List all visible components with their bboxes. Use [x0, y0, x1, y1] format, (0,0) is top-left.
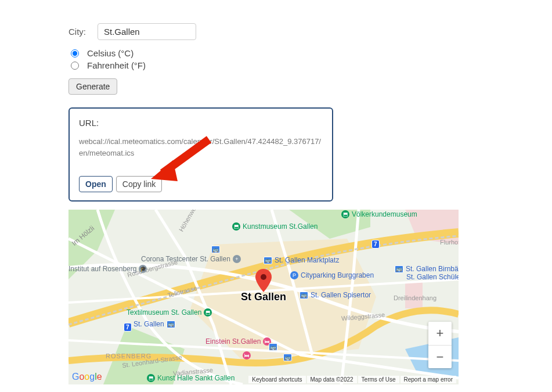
- poi-cityparking[interactable]: P Cityparking Burggraben: [290, 271, 374, 279]
- poi-kunstmuseum[interactable]: ⬒ Kunstmuseum St.Gallen: [232, 222, 318, 231]
- district-label: ROSENBERG: [106, 353, 151, 359]
- google-logo: Google: [72, 372, 102, 382]
- hotel-icon[interactable]: 🛏: [243, 351, 251, 359]
- poi-birnbaumli[interactable]: 🚌 St. Gallen Birnbäumli St. Gallen Schül…: [395, 265, 459, 281]
- road-label: Dreilindenhang: [394, 294, 436, 301]
- map-footer: Keyboard shortcuts Map data ©2022 Terms …: [248, 376, 456, 383]
- svg-point-11: [261, 274, 266, 280]
- road-shield-7: 7: [371, 240, 380, 249]
- city-input[interactable]: [98, 23, 196, 40]
- url-value: webcal://ical.meteomatics.com/calendar/S…: [79, 136, 323, 159]
- tram-icon: 🚌: [264, 257, 272, 264]
- poi-testcenter[interactable]: Corona Testcenter St. Gallen +: [141, 255, 243, 263]
- tram-icon: 🚌: [395, 265, 403, 273]
- road-label: Flurhofstr.: [440, 239, 459, 246]
- health-icon: +: [233, 255, 241, 263]
- museum-icon: ⬒: [341, 210, 349, 218]
- keyboard-shortcuts-link[interactable]: Keyboard shortcuts: [248, 376, 305, 383]
- museum-icon: ⬒: [147, 374, 155, 382]
- report-error-link[interactable]: Report a map error: [401, 376, 456, 383]
- poi-marktplatz[interactable]: 🚌 St. Gallen Marktplatz: [264, 256, 339, 264]
- copy-link-button[interactable]: Copy link: [116, 176, 163, 192]
- poi-kunsthalle[interactable]: ⬒ Kunst Halle Sankt Gallen: [147, 374, 234, 382]
- zoom-out-button[interactable]: −: [428, 345, 452, 368]
- tram-icon[interactable]: 🚌: [269, 343, 277, 351]
- map-city-label: St Gallen: [241, 291, 286, 303]
- tram-icon[interactable]: 🚌: [211, 246, 220, 253]
- url-label: URL:: [79, 118, 323, 128]
- map[interactable]: 7 7 Rosenbergstrasse Tellstrasse Höhenwe…: [68, 210, 459, 384]
- map-data-label: Map data ©2022: [307, 376, 357, 383]
- school-icon: 🎓: [139, 265, 147, 273]
- generate-button[interactable]: Generate: [68, 78, 117, 95]
- celsius-radio[interactable]: [71, 49, 79, 57]
- result-box: URL: webcal://ical.meteomatics.com/calen…: [68, 107, 333, 202]
- poi-textilmuseum[interactable]: Textilmuseum St. Gallen ⬒: [127, 308, 214, 317]
- poi-institut[interactable]: Institut auf Rosenberg 🎓: [68, 265, 149, 273]
- zoom-controls: + −: [428, 322, 452, 368]
- museum-icon: ⬒: [232, 222, 240, 231]
- poi-stgallen-station[interactable]: St. Gallen 🚌: [134, 320, 178, 328]
- train-icon: 🚌: [167, 321, 175, 328]
- poi-volkerkunde[interactable]: ⬒ Völkerkundemuseum: [341, 210, 417, 218]
- city-label: City:: [68, 27, 86, 37]
- fahrenheit-label[interactable]: Fahrenheit (°F): [87, 60, 146, 70]
- terms-link[interactable]: Terms of Use: [358, 376, 399, 383]
- poi-einstein[interactable]: Einstein St.Gallen 🛏: [205, 337, 273, 346]
- unit-radio-group: Celsius (°C) Fahrenheit (°F): [68, 48, 552, 70]
- poi-spisertor[interactable]: 🚌 St. Gallen Spisertor: [300, 291, 371, 299]
- celsius-label[interactable]: Celsius (°C): [87, 48, 134, 58]
- road-shield-7: 7: [124, 323, 132, 332]
- zoom-in-button[interactable]: +: [428, 322, 452, 345]
- map-marker-icon[interactable]: [255, 269, 272, 292]
- fahrenheit-radio[interactable]: [71, 62, 79, 70]
- tram-icon[interactable]: 🚌: [283, 354, 292, 361]
- parking-icon: P: [290, 271, 298, 279]
- museum-icon: ⬒: [204, 308, 212, 317]
- tram-icon: 🚌: [300, 292, 308, 299]
- open-button[interactable]: Open: [79, 176, 113, 192]
